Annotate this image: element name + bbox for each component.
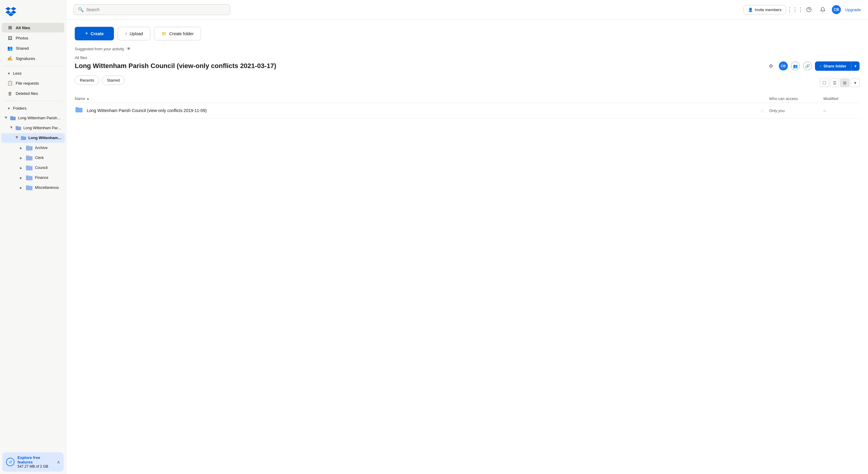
- folder-item-archive[interactable]: ▶ Archive: [1, 143, 65, 153]
- suggested-text: Suggested from your activity: [75, 47, 124, 51]
- folder-item-clerk[interactable]: ▶ Clerk: [1, 153, 65, 163]
- folder-tree: ▶ Long Wittenham Parish Coun... ▶ Long W…: [0, 113, 66, 193]
- sidebar-less-toggle[interactable]: ▼ Less: [2, 69, 64, 78]
- shared-icon: 👥: [7, 45, 13, 51]
- folder-item-lwpc-root[interactable]: ▶ Long Wittenham Parish Coun...: [1, 113, 65, 123]
- folder-item-miscellaneous[interactable]: ▶ Miscellaneous: [1, 183, 65, 193]
- app-logo: [0, 3, 66, 23]
- search-box[interactable]: 🔍: [73, 4, 230, 15]
- help-button[interactable]: [804, 5, 814, 14]
- chevron-icon: ▶: [20, 186, 24, 190]
- tab-starred[interactable]: Starred: [102, 76, 125, 85]
- view-compact-button[interactable]: ⊞: [840, 78, 849, 87]
- sidebar-item-all-files[interactable]: ⊞ All files: [2, 23, 64, 33]
- tabs: Recents Starred: [75, 76, 125, 85]
- upload-button[interactable]: ↑ Upload: [118, 27, 150, 40]
- view-list-button[interactable]: ☰: [830, 78, 839, 87]
- user-avatar[interactable]: CB: [832, 5, 841, 14]
- tab-recents[interactable]: Recents: [75, 76, 99, 85]
- folder-plus-icon: 📁: [161, 31, 167, 36]
- folder-label: Clerk: [35, 156, 44, 160]
- chevron-icon: ▶: [20, 146, 24, 150]
- folder-item-council[interactable]: ▶ Council: [1, 163, 65, 173]
- bell-icon: [820, 7, 826, 12]
- view-grid-button[interactable]: ☐: [820, 78, 829, 87]
- sidebar-item-signatures[interactable]: ✍ Signatures: [2, 54, 64, 63]
- folder-title-row: Long Wittenham Parish Council (view-only…: [75, 61, 860, 71]
- view-controls: ☐ ☰ ⊞ ▾: [820, 78, 860, 87]
- create-folder-button[interactable]: 📁 Create folder: [154, 27, 201, 40]
- content-area: + Create ↑ Upload 📁 Create folder Sugges…: [66, 20, 868, 474]
- folder-icon: [25, 144, 33, 151]
- file-list: Long Wittenham Parish Council (view-only…: [75, 103, 860, 118]
- table-header-row: Name ▲ Who can access Modified: [75, 95, 860, 103]
- folder-title: Long Wittenham Parish Council (view-only…: [75, 62, 762, 70]
- sort-asc-icon: ▲: [87, 97, 90, 100]
- file-access: Only you: [769, 108, 824, 113]
- question-mark-icon: [806, 7, 812, 12]
- column-header-name[interactable]: Name ▲: [75, 96, 769, 101]
- plus-icon: +: [85, 30, 88, 37]
- sidebar-less-label: Less: [13, 71, 22, 76]
- folder-item-lwpc-p[interactable]: ▶ Long Wittenham Paris...: [1, 133, 65, 143]
- file-request-icon: 📋: [7, 80, 13, 86]
- upgrade-link[interactable]: Upgrade: [845, 7, 861, 12]
- suggested-activity-label: Suggested from your activity 👁: [75, 46, 860, 51]
- chevron-icon: ▶: [20, 156, 24, 160]
- sidebar-item-label: Photos: [16, 36, 28, 40]
- folder-icon: [25, 174, 33, 181]
- folder-label: Long Wittenham Parish Coun...: [18, 116, 62, 120]
- chevron-down-icon: ▾: [855, 64, 857, 68]
- sidebar-item-photos[interactable]: 🖼 Photos: [2, 33, 64, 43]
- folders-toggle[interactable]: ▼ Folders: [2, 104, 64, 113]
- folder-item-lwpc-c[interactable]: ▶ Long Wittenham Parish C...: [1, 123, 65, 133]
- view-more-button[interactable]: ▾: [850, 78, 860, 87]
- invite-members-button[interactable]: 👤 Invite members: [744, 5, 786, 14]
- sidebar: ⊞ All files 🖼 Photos 👥 Shared ✍ Signatur…: [0, 0, 66, 474]
- chevron-icon: ▶: [4, 116, 8, 120]
- folder-label: Archive: [35, 146, 48, 150]
- search-input[interactable]: [86, 7, 226, 12]
- breadcrumb[interactable]: All files: [75, 56, 860, 60]
- explore-icon: ↺: [6, 458, 14, 466]
- grid-icon: ⊞: [7, 25, 13, 30]
- folder-icon: [10, 115, 16, 121]
- folder-label: Council: [35, 166, 48, 170]
- share-folder-button[interactable]: ↑ Share folder: [815, 61, 851, 71]
- table-row[interactable]: Long Wittenham Parish Council (view-only…: [75, 103, 860, 118]
- owner-avatar: CB: [779, 61, 788, 70]
- share-folder-menu-button[interactable]: ▾: [851, 61, 860, 71]
- share-folder-group: ↑ Share folder ▾: [815, 61, 860, 71]
- sidebar-item-deleted-files[interactable]: 🗑 Deleted files: [2, 89, 64, 98]
- star-button[interactable]: ☆: [760, 108, 764, 113]
- folder-item-finance[interactable]: ▶ Finance: [1, 173, 65, 182]
- search-icon: 🔍: [78, 7, 84, 12]
- trash-icon: 🗑: [7, 91, 13, 96]
- sidebar-item-label: File requests: [16, 81, 39, 86]
- chevron-down-icon: ▼: [7, 107, 10, 110]
- upload-icon: ↑: [125, 31, 127, 36]
- sidebar-item-label: Signatures: [16, 56, 35, 61]
- file-name: Long Wittenham Parish Council (view-only…: [87, 108, 760, 113]
- chevron-icon: ▶: [10, 126, 13, 130]
- share-icon: ↑: [820, 64, 822, 68]
- collaborators-button[interactable]: 👥: [791, 61, 800, 70]
- notifications-button[interactable]: [818, 5, 828, 14]
- photo-icon: 🖼: [7, 35, 13, 41]
- folder-icon: [75, 106, 83, 115]
- folder-icon: [15, 125, 22, 131]
- grid-apps-button[interactable]: ⋮⋮⋮: [790, 5, 800, 14]
- create-button[interactable]: + Create: [75, 27, 114, 40]
- eye-icon: 👁: [127, 46, 131, 51]
- sidebar-item-shared[interactable]: 👥 Shared: [2, 43, 64, 53]
- chevron-down-icon: ▼: [7, 72, 10, 75]
- settings-button[interactable]: ⚙: [766, 61, 776, 71]
- copy-link-button[interactable]: 🔗: [803, 61, 812, 70]
- folder-icon: [25, 184, 33, 191]
- folder-label: Long Wittenham Paris...: [28, 136, 62, 140]
- folder-label: Finance: [35, 176, 48, 180]
- signature-icon: ✍: [7, 56, 13, 61]
- folder-label: Miscellaneous: [35, 185, 59, 190]
- sidebar-item-file-requests[interactable]: 📋 File requests: [2, 78, 64, 88]
- explore-features-bar[interactable]: ↺ Explore free features 547.27 MB of 2 G…: [2, 452, 64, 472]
